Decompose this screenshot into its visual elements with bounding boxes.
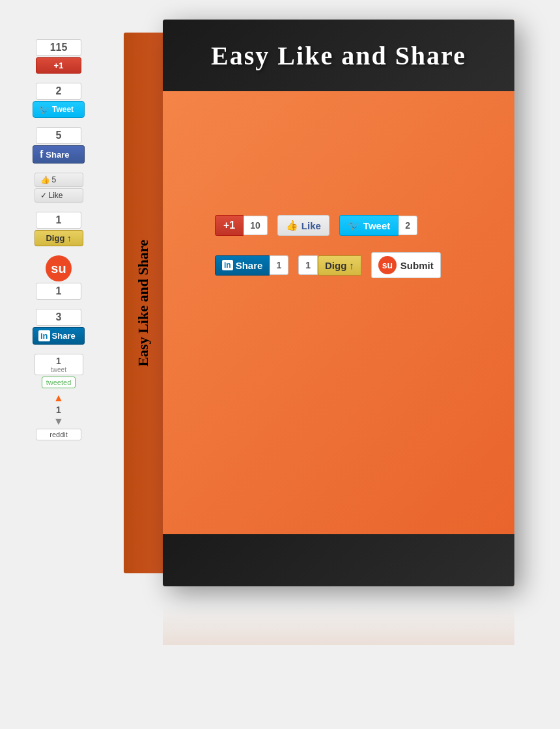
- box-like-label: Like: [301, 220, 321, 231]
- box-digg-arrow-icon: ↑: [349, 260, 354, 271]
- box-linkedin-widget: in Share 1: [215, 255, 288, 276]
- box-tweet-count: 2: [399, 216, 417, 235]
- fb-share-label: Share: [46, 150, 69, 160]
- box-digg-button[interactable]: Digg ↑: [318, 255, 361, 276]
- tweeted-widget: 1 tweet tweeted: [35, 354, 83, 388]
- box-top-band: Easy Like and Share: [163, 20, 514, 91]
- reddit-arrows: ▲ 1 ▼: [53, 392, 64, 427]
- fb-share-button[interactable]: f Share: [33, 145, 85, 164]
- stumble-icon[interactable]: su: [46, 255, 72, 281]
- box-bottom-band: [163, 534, 514, 586]
- tweet-count: 2: [36, 83, 81, 100]
- digg-widget: 1 Digg ↑: [35, 212, 83, 246]
- box-buttons-row-2: in Share 1 1 Digg ↑: [215, 252, 501, 278]
- thumbsup-icon: 👍: [40, 175, 50, 184]
- tweet-label2: tweet: [36, 366, 81, 373]
- box-stumble-button[interactable]: su Submit: [371, 252, 441, 278]
- facebook-icon: f: [40, 149, 43, 160]
- tweet-button[interactable]: 🐦 Tweet: [33, 101, 85, 118]
- sidebar: 115 +1 2 🐦 Tweet 5 f Share 👍 5 ✓ Like 1: [20, 39, 98, 440]
- box-stumble-icon: su: [378, 256, 397, 274]
- tweet-label: Tweet: [52, 105, 74, 114]
- stumble-widget: su 1: [36, 255, 81, 300]
- reddit-count: 1: [56, 405, 61, 415]
- box-tweet-widget: 🐦 Tweet 2: [339, 215, 417, 236]
- box-spine: Easy Like and Share: [124, 33, 163, 573]
- box-linkedin-button[interactable]: in Share: [215, 255, 270, 276]
- box-gplus-label: +1: [223, 220, 235, 231]
- fb-like-button[interactable]: 👍 5: [35, 173, 83, 187]
- linkedin-label: Share: [52, 331, 76, 341]
- linkedin-count: 3: [36, 309, 81, 326]
- digg-count: 1: [36, 212, 81, 229]
- checkmark-icon: ✓: [40, 191, 47, 200]
- fb-like-count: 5: [52, 175, 57, 184]
- gplus-label: +1: [54, 61, 64, 70]
- box-digg-widget: 1 Digg ↑: [298, 255, 361, 276]
- box-gplus-button[interactable]: +1: [215, 215, 244, 236]
- digg-arrow-icon: ↑: [67, 233, 72, 243]
- digg-label: Digg: [46, 233, 64, 243]
- box-digg-label: Digg: [325, 260, 346, 271]
- stumble-logo: su: [51, 261, 66, 276]
- box-linkedin-label: Share: [236, 260, 263, 271]
- fb-like-label: Like: [49, 191, 63, 200]
- box-tweet-label: Tweet: [363, 220, 390, 231]
- box-buttons-row-1: +1 10 👍 Like 🐦 Tweet: [215, 215, 501, 236]
- twitter-icon: 🐦: [38, 104, 49, 115]
- box-title: Easy Like and Share: [211, 40, 466, 71]
- box-gplus-widget: +1 10: [215, 215, 268, 236]
- box-gplus-count: 10: [244, 216, 268, 235]
- box-thumbsup-icon: 👍: [286, 220, 298, 231]
- box-front: Easy Like and Share +1 10 👍: [163, 20, 514, 586]
- downvote-icon[interactable]: ▼: [53, 416, 64, 427]
- fb-like-widget: 👍 5 ✓ Like: [35, 173, 83, 203]
- box-tweet-button[interactable]: 🐦 Tweet: [339, 215, 399, 236]
- fb-like-label-btn[interactable]: ✓ Like: [35, 188, 83, 203]
- upvote-icon[interactable]: ▲: [53, 392, 64, 404]
- box-digg-count: 1: [298, 255, 318, 275]
- box-reflection: [163, 606, 514, 645]
- fb-share-count: 5: [36, 127, 81, 144]
- product-box-3d: Easy Like and Share Easy Like and Share …: [124, 20, 527, 606]
- gplus-button[interactable]: +1: [36, 57, 81, 74]
- box-linkedin-icon: in: [222, 260, 233, 270]
- gplus-count: 115: [36, 39, 81, 56]
- fb-share-widget: 5 f Share: [33, 127, 85, 164]
- box-buttons-area: +1 10 👍 Like 🐦 Tweet: [215, 215, 501, 294]
- reddit-button[interactable]: reddit: [36, 429, 81, 440]
- gplus-widget: 115 +1: [36, 39, 81, 74]
- box-twitter-icon: 🐦: [348, 220, 360, 231]
- digg-button[interactable]: Digg ↑: [35, 230, 83, 246]
- reddit-widget: ▲ 1 ▼ reddit: [36, 392, 81, 440]
- product-box-container: Easy Like and Share Easy Like and Share …: [111, 20, 540, 684]
- stumble-count: 1: [36, 283, 81, 300]
- tweet-widget: 2 🐦 Tweet: [33, 83, 85, 118]
- tweeted-badge: tweeted: [42, 377, 76, 388]
- box-stumble-label: Submit: [400, 260, 434, 271]
- box-like-button[interactable]: 👍 Like: [277, 215, 329, 236]
- linkedin-widget: 3 in Share: [33, 309, 85, 345]
- linkedin-button[interactable]: in Share: [33, 327, 85, 345]
- spine-title: Easy Like and Share: [135, 240, 152, 367]
- tweet-count-box: 1 tweet: [35, 354, 83, 375]
- tweet-count2: 1: [36, 356, 81, 366]
- linkedin-icon: in: [38, 330, 50, 341]
- box-linkedin-count: 1: [270, 255, 288, 275]
